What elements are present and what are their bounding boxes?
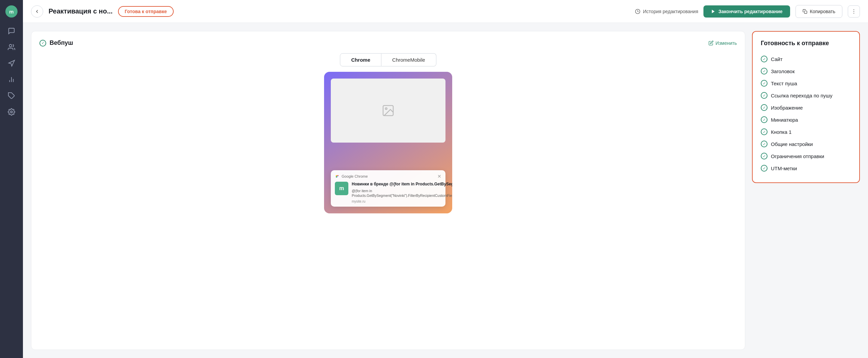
card-header: ✓ Вебпуш Изменить [39, 39, 737, 47]
page-title: Реактивация с но... [49, 7, 113, 15]
sidebar-icon-puzzle[interactable] [5, 89, 18, 102]
status-badge[interactable]: Готова к отправке [118, 6, 174, 17]
phone-mockup: Google Chrome ✕ m Новинки в бренде @{for… [324, 72, 452, 213]
tab-chrome-mobile[interactable]: ChromeMobile [381, 53, 436, 66]
readiness-check-icon: ✓ [761, 68, 768, 74]
readiness-item: ✓ Заголовок [761, 65, 851, 77]
readiness-item: ✓ Общие настройки [761, 138, 851, 150]
sidebar-icon-users[interactable] [5, 40, 18, 54]
notification-card: Google Chrome ✕ m Новинки в бренде @{for… [331, 170, 445, 207]
avatar[interactable]: m [5, 5, 18, 18]
readiness-item-label: Общие настройки [771, 141, 813, 147]
readiness-check-icon: ✓ [761, 165, 768, 172]
section-check-icon: ✓ [39, 40, 46, 47]
readiness-item-label: Изображение [771, 105, 803, 111]
readiness-item-label: Ограничения отправки [771, 153, 824, 159]
sidebar-icon-settings[interactable] [5, 105, 18, 119]
svg-point-11 [853, 13, 854, 13]
image-placeholder [331, 79, 445, 143]
readiness-item: ✓ Миниатюра [761, 114, 851, 126]
readiness-check-icon: ✓ [761, 153, 768, 159]
notif-text-area: Новинки в бренде @{for item in Products.… [352, 182, 452, 203]
readiness-item: ✓ Ограничения отправки [761, 150, 851, 162]
readiness-check-icon: ✓ [761, 104, 768, 111]
readiness-item: ✓ UTM-метки [761, 162, 851, 174]
readiness-item-label: Сайт [771, 56, 783, 62]
readiness-item-label: Кнопка 1 [771, 129, 791, 135]
finish-label: Закончить редактирование [718, 9, 782, 14]
readiness-item: ✓ Сайт [761, 53, 851, 65]
notif-app-icon: m [335, 182, 348, 195]
more-options-button[interactable] [848, 5, 860, 18]
copy-button[interactable]: Копировать [795, 5, 842, 18]
edit-link[interactable]: Изменить [708, 40, 737, 46]
sidebar-icon-megaphone[interactable] [5, 57, 18, 70]
readiness-item: ✓ Текст пуша [761, 77, 851, 89]
svg-marker-7 [712, 9, 715, 13]
readiness-check-icon: ✓ [761, 141, 768, 147]
notif-url: mysite.ru [352, 200, 452, 203]
readiness-item-label: Заголовок [771, 68, 795, 74]
readiness-check-icon: ✓ [761, 116, 768, 123]
svg-point-5 [10, 111, 12, 113]
history-label: История редактирования [643, 9, 698, 14]
readiness-panel: Готовность к отправке ✓ Сайт ✓ Заголовок… [752, 31, 860, 183]
edit-label: Изменить [716, 40, 737, 46]
readiness-title: Готовность к отправке [761, 40, 851, 47]
content-area: ✓ Вебпуш Изменить Chrome ChromeMobile [23, 23, 868, 358]
finish-editing-button[interactable]: Закончить редактирование [703, 5, 790, 18]
notif-header: Google Chrome ✕ [335, 174, 441, 179]
sidebar-icon-chat[interactable] [5, 24, 18, 38]
notif-desc: @{for item in Products.GetBySegment("Nov… [352, 188, 452, 198]
svg-rect-8 [804, 11, 807, 13]
readiness-check-icon: ✓ [761, 80, 768, 87]
topbar: Реактивация с но... Готова к отправке Ис… [23, 0, 868, 23]
svg-point-10 [853, 11, 854, 11]
history-button[interactable]: История редактирования [635, 9, 698, 14]
copy-label: Копировать [810, 9, 835, 14]
readiness-check-icon: ✓ [761, 92, 768, 99]
card-title-row: ✓ Вебпуш [39, 39, 73, 47]
tab-chrome[interactable]: Chrome [340, 53, 381, 66]
readiness-items: ✓ Сайт ✓ Заголовок ✓ Текст пуша ✓ Ссылка… [761, 53, 851, 174]
readiness-item-label: Ссылка перехода по пушу [771, 93, 832, 98]
svg-point-0 [9, 44, 12, 47]
main-area: Реактивация с но... Готова к отправке Ис… [23, 0, 868, 358]
svg-point-9 [853, 9, 854, 10]
card-title: Вебпуш [50, 39, 73, 47]
readiness-item: ✓ Изображение [761, 101, 851, 114]
webpush-card: ✓ Вебпуш Изменить Chrome ChromeMobile [31, 31, 745, 350]
svg-point-16 [337, 176, 338, 177]
readiness-item-label: Текст пуша [771, 81, 797, 86]
svg-point-13 [385, 108, 387, 110]
preview-area: Chrome ChromeMobile [39, 53, 737, 213]
notif-body: m Новинки в бренде @{for item in Product… [335, 182, 441, 203]
readiness-item: ✓ Кнопка 1 [761, 126, 851, 138]
readiness-check-icon: ✓ [761, 56, 768, 62]
notif-source: Google Chrome [335, 174, 368, 179]
readiness-item-label: Миниатюра [771, 117, 798, 123]
readiness-check-icon: ✓ [761, 128, 768, 135]
readiness-item: ✓ Ссылка перехода по пушу [761, 89, 851, 101]
sidebar: m [0, 0, 23, 358]
tab-row: Chrome ChromeMobile [340, 53, 436, 66]
notif-title: Новинки в бренде @{for item in Products.… [352, 182, 452, 187]
notif-source-text: Google Chrome [342, 174, 368, 178]
back-button[interactable] [31, 5, 43, 18]
mockup-inner: Google Chrome ✕ m Новинки в бренде @{for… [331, 79, 445, 207]
readiness-item-label: UTM-метки [771, 166, 797, 171]
sidebar-icon-chart[interactable] [5, 73, 18, 86]
notif-close-icon[interactable]: ✕ [437, 174, 441, 179]
